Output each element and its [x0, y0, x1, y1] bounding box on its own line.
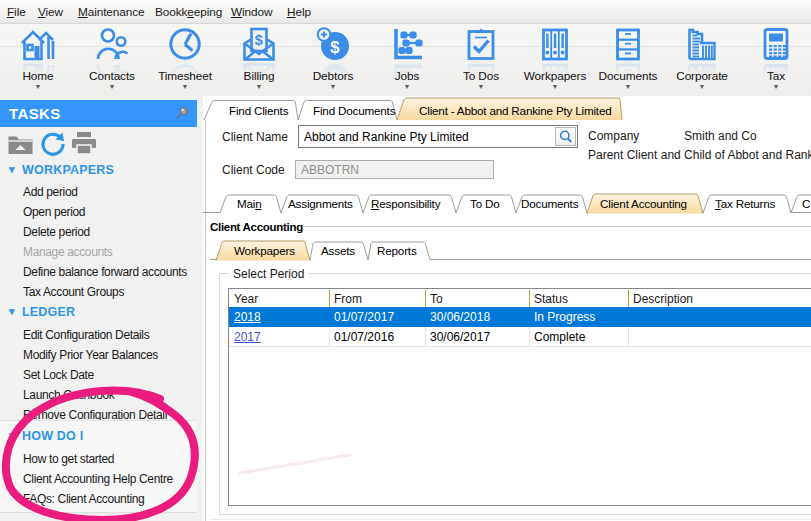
- svg-text:$: $: [255, 31, 264, 48]
- svg-text:$: $: [330, 38, 340, 57]
